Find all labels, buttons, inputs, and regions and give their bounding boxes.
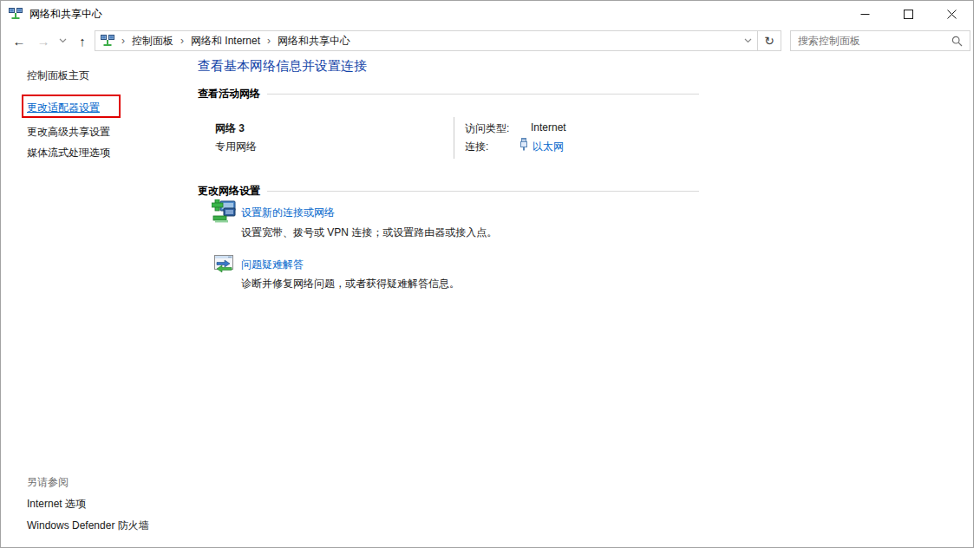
- address-bar-controls: ↻: [738, 31, 781, 50]
- navigation-bar: ← → ↑ › 控制面板 › 网络和: [1, 27, 973, 55]
- divider: [454, 117, 454, 159]
- breadcrumb-control-panel[interactable]: 控制面板: [132, 34, 173, 49]
- screenshot: 网络和共享中心 ← → ↑: [0, 0, 980, 548]
- page-title: 查看基本网络信息并设置连接: [198, 58, 367, 75]
- section-header: 查看活动网络: [198, 87, 260, 101]
- network-sharing-center-icon: [9, 7, 23, 21]
- sidebar-item-control-panel-home[interactable]: 控制面板主页: [27, 68, 89, 83]
- new-connection-icon: [212, 199, 237, 224]
- setup-new-connection-link[interactable]: 设置新的连接或网络: [241, 206, 335, 220]
- up-button[interactable]: ↑: [72, 27, 93, 55]
- address-bar[interactable]: › 控制面板 › 网络和 Internet › 网络和共享中心 ↻: [95, 30, 781, 51]
- sidebar-item-windows-defender-firewall[interactable]: Windows Defender 防火墙: [27, 519, 149, 533]
- address-dropdown-button[interactable]: [738, 31, 757, 50]
- network-name: 网络 3: [215, 121, 245, 136]
- section-active-networks: 查看活动网络: [198, 87, 699, 101]
- network-profile: 专用网络: [215, 140, 257, 154]
- forward-button[interactable]: →: [32, 27, 55, 55]
- close-button[interactable]: [930, 1, 973, 27]
- breadcrumb-separator: ›: [173, 35, 191, 47]
- access-type-label: 访问类型:: [465, 121, 509, 136]
- sidebar-item-change-adapter-settings[interactable]: 更改适配器设置: [27, 101, 100, 115]
- chevron-down-icon: [744, 38, 752, 43]
- refresh-button[interactable]: ↻: [758, 31, 781, 50]
- back-button[interactable]: ←: [8, 27, 30, 55]
- maximize-button[interactable]: [886, 1, 930, 27]
- breadcrumb-network-internet[interactable]: 网络和 Internet: [191, 34, 260, 49]
- access-type-value: Internet: [531, 121, 566, 134]
- search-input[interactable]: [791, 35, 951, 47]
- breadcrumb-separator: ›: [114, 35, 132, 47]
- recent-locations-dropdown[interactable]: [55, 27, 70, 55]
- see-also-header: 另请参阅: [27, 475, 69, 490]
- title-bar: 网络和共享中心: [1, 1, 973, 27]
- network-sharing-center-icon: [101, 34, 114, 48]
- sidebar-item-change-advanced-sharing[interactable]: 更改高级共享设置: [27, 125, 110, 140]
- window-controls: [843, 1, 973, 27]
- troubleshoot-description: 诊断并修复网络问题，或者获得疑难解答信息。: [241, 277, 460, 291]
- search-box[interactable]: [790, 30, 970, 51]
- divider: [267, 94, 699, 95]
- section-header: 更改网络设置: [198, 184, 260, 199]
- connection-ethernet-link[interactable]: 以太网: [532, 140, 564, 154]
- maximize-icon: [904, 10, 913, 19]
- network-sharing-center-window: 网络和共享中心 ← → ↑: [0, 0, 974, 548]
- search-icon: [951, 36, 963, 47]
- sidebar-item-internet-options[interactable]: Internet 选项: [27, 497, 86, 512]
- connections-label: 连接:: [465, 140, 488, 154]
- section-change-network-settings: 更改网络设置: [198, 184, 699, 199]
- chevron-down-icon: [59, 38, 67, 43]
- troubleshoot-problems-link[interactable]: 问题疑难解答: [241, 258, 304, 272]
- troubleshoot-icon: [214, 255, 234, 273]
- sidebar-item-media-streaming-options[interactable]: 媒体流式处理选项: [27, 146, 110, 160]
- ethernet-icon: [519, 138, 529, 151]
- close-icon: [947, 10, 957, 19]
- window-title: 网络和共享中心: [29, 7, 102, 22]
- setup-new-connection-description: 设置宽带、拨号或 VPN 连接；或设置路由器或接入点。: [241, 225, 497, 240]
- minimize-icon: [860, 10, 870, 19]
- divider: [267, 191, 699, 192]
- breadcrumb-separator: ›: [260, 35, 278, 47]
- breadcrumb-network-sharing-center[interactable]: 网络和共享中心: [278, 34, 350, 49]
- minimize-button[interactable]: [843, 1, 886, 27]
